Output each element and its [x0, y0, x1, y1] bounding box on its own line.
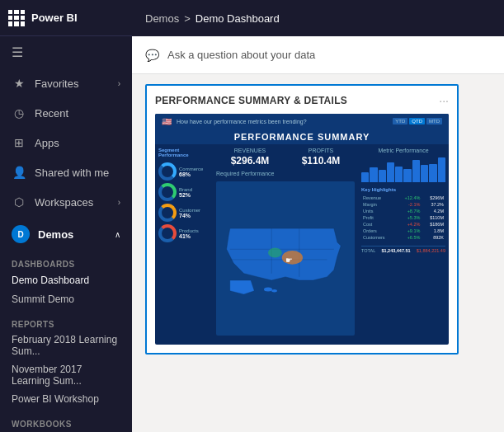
perf-right: Metric Performance [358, 144, 449, 339]
bar-chart [361, 157, 445, 182]
filter-ytd[interactable]: YTD [393, 118, 407, 124]
sidebar-item-summit-demo[interactable]: Summit Demo [0, 290, 132, 308]
sidebar-header: Power BI [0, 0, 132, 36]
sidebar: Power BI ☰ ★ Favorites › ◷ Recent ⊞ Apps… [0, 0, 132, 432]
segment-brand: Brand 52% [158, 183, 210, 201]
tile-options-button[interactable]: ··· [439, 94, 449, 107]
bar-10 [438, 157, 445, 182]
revenues-kpi: REVENUES $296.4M [216, 148, 284, 167]
app-name: Power BI [31, 12, 78, 24]
segment-header: Segment Performance [158, 148, 210, 157]
bar-4 [387, 162, 394, 182]
customer-donut [158, 204, 177, 222]
revenues-label: REVENUES [216, 148, 284, 153]
sidebar-item-report-nov[interactable]: November 2017 Learning Sum... [0, 360, 132, 390]
dashboards-section: DASHBOARDS Demo Dashboard ··· Summit Dem… [0, 251, 132, 312]
sidebar-item-report-feb[interactable]: February 2018 Learning Sum... [0, 331, 132, 360]
bar-5 [395, 167, 403, 183]
reports-section: REPORTS February 2018 Learning Sum... No… [0, 312, 132, 411]
profits-label: PROFITS [287, 148, 355, 153]
svg-point-3 [264, 288, 272, 292]
bar-9 [429, 164, 436, 183]
qa-bar[interactable]: 💬 Ask a question about your data [132, 36, 504, 74]
perf-top-bar: 🇺🇸 How have our performance metrics been… [155, 114, 449, 129]
dashboards-section-title: DASHBOARDS [0, 255, 132, 270]
highlights-table: Revenue +12.4% $296M Margin -2.1% 37.2% … [361, 195, 445, 241]
recent-icon: ◷ [12, 106, 26, 120]
breadcrumb-separator: > [184, 12, 191, 25]
sidebar-item-recent[interactable]: ◷ Recent [0, 98, 132, 128]
perf-tagline: How have our performance metrics been tr… [177, 119, 388, 124]
perf-middle: REVENUES $296.4M PROFITS $110.4M Require… [213, 144, 358, 339]
metric-performance-title: Metric Performance [361, 148, 445, 153]
svg-point-4 [271, 289, 277, 292]
filter-buttons: YTD QTD MTD [393, 118, 442, 124]
chevron-up-icon: ∧ [115, 230, 120, 239]
hamburger-button[interactable]: ☰ [0, 36, 132, 68]
sidebar-nav: ★ Favorites › ◷ Recent ⊞ Apps 👤 Shared w… [0, 68, 132, 432]
segment-customer: Customer 74% [158, 204, 210, 222]
usa-map: ☛ [216, 181, 355, 336]
segment-commerce: Commerce 68% [158, 162, 210, 181]
reports-section-title: REPORTS [0, 315, 132, 331]
sidebar-item-workspaces[interactable]: ⬡ Workspaces › [0, 187, 132, 217]
breadcrumb-workspace[interactable]: Demos [145, 12, 179, 25]
sidebar-item-favorites[interactable]: ★ Favorites › [0, 68, 132, 98]
breadcrumb: Demos > Demo Dashboard [145, 12, 280, 25]
main-content: Demos > Demo Dashboard 💬 Ask a question … [132, 0, 504, 432]
dashboard-area: PERFORMANCE SUMMARY & DETAILS ··· 🇺🇸 How… [132, 74, 504, 432]
breadcrumb-current: Demo Dashboard [195, 12, 280, 25]
shared-icon: 👤 [12, 166, 26, 179]
performance-tile: PERFORMANCE SUMMARY & DETAILS ··· 🇺🇸 How… [145, 84, 459, 355]
required-perf-label: Required Performance [216, 171, 355, 176]
kpi-row: REVENUES $296.4M PROFITS $110.4M [216, 148, 355, 167]
map-svg: ☛ [216, 181, 355, 324]
products-donut [158, 224, 177, 242]
sidebar-item-shared[interactable]: 👤 Shared with me [0, 157, 132, 187]
chevron-right-icon: › [118, 198, 120, 207]
waffle-icon[interactable] [8, 10, 25, 26]
svg-text:☛: ☛ [285, 256, 293, 265]
workbooks-section: WORKBOOKS You have no workbooks [0, 411, 132, 432]
bar-6 [403, 169, 411, 183]
perf-main-title: PERFORMANCE SUMMARY [155, 129, 449, 144]
perf-segments: Segment Performance Commerce 68% [155, 144, 213, 339]
commerce-donut [158, 162, 177, 181]
tile-header: PERFORMANCE SUMMARY & DETAILS ··· [155, 94, 449, 107]
bar-8 [421, 165, 428, 182]
sidebar-item-demos[interactable]: D Demos ∧ [0, 217, 132, 251]
profits-value: $110.4M [287, 155, 355, 167]
bar-7 [412, 160, 420, 182]
svg-point-2 [268, 248, 282, 258]
brand-donut [158, 183, 177, 201]
tile-title: PERFORMANCE SUMMARY & DETAILS [155, 95, 347, 106]
bar-2 [370, 167, 377, 182]
chevron-right-icon: › [118, 79, 120, 88]
segment-products: Products 41% [158, 224, 210, 242]
flag-icon: 🇺🇸 [162, 117, 172, 126]
performance-visual[interactable]: 🇺🇸 How have our performance metrics been… [155, 114, 449, 345]
sidebar-item-report-pbi[interactable]: Power BI Workshop [0, 390, 132, 408]
perf-body: Segment Performance Commerce 68% [155, 144, 449, 339]
bar-1 [361, 172, 369, 182]
filter-mtd[interactable]: MTD [426, 118, 442, 124]
demos-avatar: D [12, 225, 30, 243]
sidebar-item-demo-dashboard[interactable]: Demo Dashboard ··· [0, 270, 132, 290]
workbooks-section-title: WORKBOOKS [0, 415, 132, 430]
revenues-value: $296.4M [216, 155, 284, 167]
favorites-icon: ★ [12, 77, 26, 90]
workspaces-icon: ⬡ [12, 195, 26, 209]
qa-placeholder[interactable]: Ask a question about your data [167, 49, 491, 61]
topbar: Demos > Demo Dashboard [132, 0, 504, 36]
filter-qtd[interactable]: QTD [409, 118, 425, 124]
sidebar-item-apps[interactable]: ⊞ Apps [0, 128, 132, 157]
bar-3 [379, 170, 386, 182]
totals-row: TOTAL $1,243,447.51 $1,884,221.49 [361, 246, 445, 253]
highlights-title: Key Highlights [361, 187, 445, 192]
donut-row: Commerce 68% Brand 52% [158, 162, 210, 242]
apps-icon: ⊞ [12, 136, 26, 149]
profits-kpi: PROFITS $110.4M [287, 148, 355, 167]
qa-icon: 💬 [145, 49, 159, 62]
